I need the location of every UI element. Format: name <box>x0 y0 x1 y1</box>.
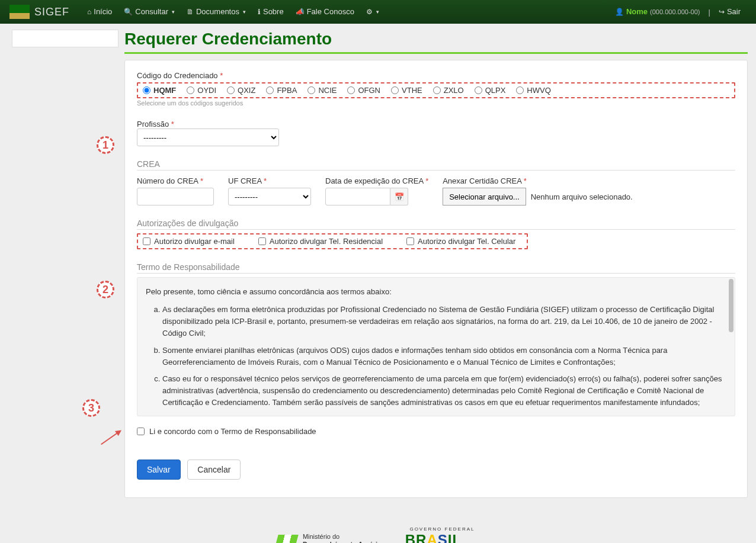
nav-sobre[interactable]: ℹ Sobre <box>252 0 290 24</box>
radio-label: FPBA <box>277 86 297 95</box>
file-select-button[interactable]: Selecionar arquivo... <box>443 188 526 205</box>
nav-sair-label: Sair <box>727 0 741 24</box>
radio-label: QLPX <box>485 86 506 95</box>
mda-line2: Desenvolvimento Agrário <box>303 541 382 543</box>
crea-numero-input[interactable] <box>137 188 214 205</box>
check-label-email: Autorizo divulgar e-mail <box>154 237 235 246</box>
codigo-hint: Selecione um dos códigos sugeridos <box>137 99 735 107</box>
gear-icon: ⚙ <box>366 0 373 24</box>
crea-section-title: CREA <box>137 159 735 171</box>
nav-documentos-label: Documentos <box>196 0 239 24</box>
required-mark: * <box>171 120 174 128</box>
codigo-radio-oydi[interactable]: OYDI <box>187 86 216 95</box>
termo-item: Caso eu for o responsável técnico pelos … <box>162 373 726 409</box>
nav-consultar-label: Consultar <box>135 0 168 24</box>
crea-data-label: Data de expedição do CREA <box>325 176 424 185</box>
brasil-block: GOVERNO FEDERAL BRASIL PAÍS RICO É PAÍS … <box>405 526 479 543</box>
crea-data-input[interactable] <box>325 188 390 205</box>
nav-home[interactable]: ⌂ Início <box>81 0 118 24</box>
required-mark: * <box>264 176 267 185</box>
crea-uf-select[interactable]: --------- <box>228 188 311 205</box>
nav-home-label: Início <box>94 0 112 24</box>
codigo-radio-zxlo[interactable]: ZXLO <box>433 86 464 95</box>
radio-input[interactable] <box>433 86 441 94</box>
annotation-2: 2 <box>97 281 114 298</box>
checkbox-agree[interactable] <box>137 428 145 435</box>
home-icon: ⌂ <box>87 0 91 24</box>
brand-text: SIGEF <box>34 6 69 18</box>
radio-label: OFGN <box>358 86 380 95</box>
crea-numero-label: Número do CREA <box>137 176 198 185</box>
form-panel: 1 2 3 Código do Credenciado * HQMFOYDIQX… <box>124 60 748 498</box>
caret-icon: ▾ <box>172 0 175 24</box>
crea-uf-label: UF CREA <box>228 176 261 185</box>
radio-input[interactable] <box>227 86 235 94</box>
codigo-radio-ncie[interactable]: NCIE <box>307 86 337 95</box>
file-status-text: Nenhum arquivo selecionado. <box>531 192 633 201</box>
required-mark: * <box>200 176 203 185</box>
termo-item: As comunicações oficiais relacionadas à … <box>162 413 726 416</box>
check-label-telcel: Autorizo divulgar Tel. Celular <box>418 237 515 246</box>
codigo-radio-qxiz[interactable]: QXIZ <box>227 86 255 95</box>
nav-fale[interactable]: 📣 Fale Conosco <box>290 0 360 24</box>
calendar-icon: 📅 <box>395 192 404 201</box>
required-mark: * <box>524 176 527 185</box>
radio-input[interactable] <box>347 86 355 94</box>
termo-item: As declarações em forma eletrônica produ… <box>162 304 726 339</box>
autorizacoes-box: Autorizo divulgar e-mail Autorizo divulg… <box>137 233 528 249</box>
required-mark: * <box>425 176 428 185</box>
mda-line1: Ministério do <box>303 533 382 541</box>
radio-input[interactable] <box>187 86 194 94</box>
radio-label: QXIZ <box>238 86 255 95</box>
radio-input[interactable] <box>266 86 274 94</box>
radio-input[interactable] <box>475 86 482 94</box>
caret-icon: ▾ <box>376 0 379 24</box>
check-label-telres: Autorizo divulgar Tel. Residencial <box>270 237 383 246</box>
codigo-radio-ofgn[interactable]: OFGN <box>347 86 380 95</box>
check-item-telcel[interactable]: Autorizo divulgar Tel. Celular <box>406 237 515 246</box>
user-doc: (000.000.000-00) <box>650 0 700 24</box>
nav-sair[interactable]: ↪ Sair <box>713 0 747 24</box>
termo-intro: Pelo presente, tomo ciência e assumo con… <box>146 286 726 298</box>
agree-label: Li e concordo com o Termo de Responsabil… <box>149 427 316 436</box>
nav-gear[interactable]: ⚙ ▾ <box>360 0 385 24</box>
megaphone-icon: 📣 <box>296 0 305 24</box>
search-icon: 🔍 <box>124 0 133 24</box>
nav-user[interactable]: 👤 Nome (000.000.000-00) <box>609 0 706 24</box>
mda-logo-icon <box>275 535 298 543</box>
scrollbar-thumb[interactable] <box>729 279 733 332</box>
divider: | <box>708 8 710 17</box>
termo-section-title: Termo de Responsabilidade <box>137 262 735 274</box>
codigo-radio-vthe[interactable]: VTHE <box>391 86 422 95</box>
checkbox-email[interactable] <box>143 237 150 245</box>
profissao-select[interactable]: --------- <box>137 128 279 146</box>
codigo-radio-fpba[interactable]: FPBA <box>266 86 297 95</box>
scrollbar[interactable] <box>728 279 733 415</box>
termo-item: Somente enviarei planilhas eletrônicas (… <box>162 345 726 368</box>
codigo-radio-qlpx[interactable]: QLPX <box>475 86 506 95</box>
radio-input[interactable] <box>391 86 399 94</box>
footer: Ministério do Desenvolvimento Agrário GO… <box>0 526 756 543</box>
nav-consultar[interactable]: 🔍 Consultar ▾ <box>118 0 181 24</box>
codigo-radio-hqmf[interactable]: HQMF <box>143 86 176 95</box>
radio-label: HWVQ <box>527 86 550 95</box>
left-column <box>0 30 124 510</box>
check-item-telres[interactable]: Autorizo divulgar Tel. Residencial <box>258 237 383 246</box>
radio-label: ZXLO <box>444 86 464 95</box>
radio-label: NCIE <box>318 86 337 95</box>
cancel-button[interactable]: Cancelar <box>187 460 241 480</box>
radio-input[interactable] <box>143 86 150 94</box>
calendar-button[interactable]: 📅 <box>390 188 408 205</box>
nav-fale-label: Fale Conosco <box>307 0 354 24</box>
radio-input[interactable] <box>516 86 524 94</box>
codigo-radio-hwvq[interactable]: HWVQ <box>516 86 550 95</box>
check-item-email[interactable]: Autorizo divulgar e-mail <box>143 237 235 246</box>
page-title: Requerer Credenciamento <box>124 30 748 54</box>
left-placeholder-box <box>12 30 118 47</box>
navbar: SIGEF ⌂ Início 🔍 Consultar ▾ 🗎 Documento… <box>0 0 756 24</box>
checkbox-telcel[interactable] <box>406 237 414 245</box>
save-button[interactable]: Salvar <box>137 460 181 480</box>
checkbox-telres[interactable] <box>258 237 266 245</box>
nav-documentos[interactable]: 🗎 Documentos ▾ <box>181 0 252 24</box>
radio-input[interactable] <box>307 86 315 94</box>
